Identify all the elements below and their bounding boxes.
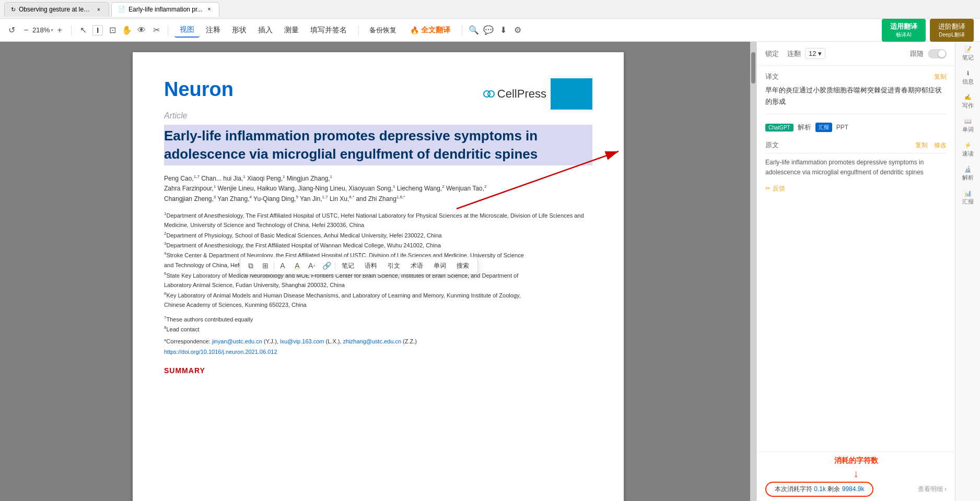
original-title: 原文 — [765, 140, 779, 150]
far-right-writing[interactable]: ✍ 写作 — [962, 94, 974, 110]
info-label: 信息 — [962, 78, 974, 86]
pointer-tool[interactable]: ↖ — [78, 25, 88, 35]
ctx-sep2 — [335, 261, 335, 270]
nav-annotate[interactable]: 注释 — [201, 23, 226, 37]
ctx-corpus-btn[interactable]: 语料 — [360, 260, 381, 271]
adaptive-translate-btn[interactable]: 适用翻译 畅译AI — [882, 19, 926, 42]
deep-translate-sub: DeepL翻译 — [938, 31, 965, 39]
svg-point-1 — [488, 91, 494, 97]
download-icon[interactable]: ⬇ — [498, 25, 508, 35]
email-lxu[interactable]: lxu@vip.163.com — [280, 338, 324, 344]
panel-spacer — [765, 193, 947, 297]
analysis-label[interactable]: 解析 — [798, 123, 811, 132]
ctx-font-bg-icon[interactable]: A — [291, 259, 304, 272]
feedback-label: 反馈 — [773, 184, 785, 193]
email-zhi[interactable]: zhizhang@ustc.edu.cn — [343, 338, 401, 344]
view-detail-btn[interactable]: 查看明细 › — [918, 485, 947, 494]
ctx-copy-icon[interactable]: ⧉ — [244, 259, 257, 272]
char-count-annotation-area: 消耗的字符数 ↓ — [765, 456, 947, 480]
far-right-info[interactable]: ℹ 信息 — [962, 70, 974, 86]
pdf-area[interactable]: Neuron CellPress Article Early-life infl… — [0, 42, 756, 501]
toggle-knob — [938, 50, 946, 57]
far-right-speedread[interactable]: ⚡ 速读 — [962, 142, 974, 158]
ctx-search-btn[interactable]: 搜索 — [452, 260, 473, 271]
correspondence: *Correspondence: jinyan@ustc.edu.cn (Y.J… — [164, 338, 592, 344]
pdf-page: Neuron CellPress Article Early-life infl… — [133, 52, 624, 501]
lock-label: 锁定 — [765, 49, 779, 58]
far-right-notes[interactable]: 📝 笔记 — [962, 46, 974, 62]
browser-tabs: ↻ Observing gesture at lear... × 📄 Early… — [0, 0, 980, 19]
nav-shape[interactable]: 形状 — [227, 23, 252, 37]
tab-2-label: Early-life inflammation pr... — [129, 6, 202, 13]
paper-notes: 7These authors contributed equally 8Lead… — [164, 314, 592, 335]
ctx-font-color-icon[interactable]: A — [276, 259, 289, 272]
settings-icon[interactable]: ⚙ — [512, 25, 523, 35]
nav-view[interactable]: 视图 — [174, 23, 200, 38]
zoom-out-btn[interactable]: − — [21, 25, 31, 35]
chain-count-select[interactable]: 12 ▾ — [805, 48, 825, 59]
crop-tool[interactable]: ⊡ — [107, 25, 118, 35]
doi-link[interactable]: https://doi.org/10.1016/j.neuron.2021.06… — [164, 349, 277, 355]
email-jin[interactable]: jinyan@ustc.edu.cn — [212, 338, 262, 344]
feedback-btn[interactable]: ✏ 反馈 — [765, 184, 947, 193]
sep3 — [358, 25, 359, 35]
original-btns: 复制 修改 — [915, 141, 947, 150]
pdf-scrollbar-thumb — [751, 52, 755, 84]
chain-count: 12 — [809, 50, 816, 57]
paper-title: Early-life inflammation promotes depress… — [164, 125, 592, 165]
zoom-in-btn[interactable]: + — [54, 25, 65, 35]
down-arrow-icon: ↓ — [765, 468, 947, 480]
nav-fillsign[interactable]: 填写并签名 — [305, 23, 352, 37]
far-right-word[interactable]: 📖 单词 — [962, 118, 974, 134]
chain-label: 连翻 — [787, 49, 801, 58]
panel-bottom: 消耗的字符数 ↓ 本次消耗字符 0.1k 剩余 9984.9k 查看明细 › — [757, 451, 955, 501]
hand-tool[interactable]: ✋ — [122, 25, 132, 35]
scissors-tool[interactable]: ✂ — [151, 25, 161, 35]
tab-2[interactable]: 📄 Early-life inflammation pr... × — [111, 2, 219, 17]
remaining-label: 剩余 — [827, 485, 840, 493]
search-icon[interactable]: 🔍 — [469, 25, 479, 35]
translation-section-header: 译文 复制 — [765, 72, 947, 81]
comment-icon[interactable]: 💬 — [483, 25, 494, 35]
ctx-word-btn[interactable]: 单词 — [429, 260, 450, 271]
ctx-term-btn[interactable]: 术语 — [406, 260, 427, 271]
chatgpt-badge[interactable]: ChatGPT — [765, 124, 794, 132]
original-text: Early-life inflammation promotes depress… — [765, 158, 947, 177]
char-count-annotation: 消耗的字符数 — [765, 456, 947, 466]
text-select-tool[interactable]: I — [92, 25, 103, 35]
toolbar-rotate[interactable]: ↺ — [6, 25, 17, 35]
deep-translate-btn[interactable]: 进阶翻译 DeepL翻译 — [930, 19, 974, 42]
analysis-label-right: 解析 — [962, 174, 974, 182]
translation-copy-btn[interactable]: 复制 — [934, 73, 947, 81]
ppt-badge[interactable]: 汇报 — [815, 123, 832, 132]
ctx-quote-btn[interactable]: 引文 — [383, 260, 404, 271]
backup-btn[interactable]: 备份恢复 — [365, 23, 401, 37]
far-right-analysis[interactable]: 🔬 解析 — [962, 166, 974, 182]
sep2 — [168, 25, 168, 35]
eye-tool[interactable]: 👁 — [136, 25, 147, 35]
ctx-font-size-icon[interactable]: A+ — [306, 259, 318, 272]
authors-text: Peng Cao,1,7 Chan... hui Jia,1 Xiaoqi Pe… — [164, 175, 486, 202]
ctx-paste-icon[interactable]: ⊞ — [259, 259, 272, 272]
tab-1[interactable]: ↻ Observing gesture at lear... × — [4, 2, 109, 17]
adaptive-translate-sub: 畅译AI — [890, 31, 917, 39]
sep1 — [71, 25, 72, 35]
original-copy-btn[interactable]: 复制 — [915, 141, 928, 149]
full-translate-label: 全文翻译 — [421, 26, 450, 35]
remaining-value: 9984.9k — [842, 485, 865, 493]
far-right-panel: 📝 笔记 ℹ 信息 ✍ 写作 📖 单词 ⚡ 速读 🔬 解析 📊 汇报 — [955, 42, 980, 501]
nav-insert[interactable]: 插入 — [253, 23, 278, 37]
full-translate-btn[interactable]: 🔥 全文翻译 — [405, 23, 456, 37]
notes-label: 笔记 — [962, 54, 974, 62]
far-right-report[interactable]: 📊 汇报 — [962, 190, 974, 206]
follow-toggle[interactable] — [928, 49, 947, 58]
paper-authors: Peng Cao,1,7 Chan... hui Jia,1 Xiaoqi Pe… — [164, 174, 592, 204]
ctx-note-btn[interactable]: 笔记 — [337, 260, 358, 271]
tab-1-close[interactable]: × — [95, 6, 102, 13]
tab-2-close[interactable]: × — [205, 6, 213, 13]
pdf-scrollbar[interactable] — [750, 42, 756, 501]
divider — [765, 153, 947, 153]
nav-measure[interactable]: 测量 — [279, 23, 304, 37]
ctx-link-icon[interactable]: 🔗 — [320, 259, 333, 272]
original-edit-btn[interactable]: 修改 — [934, 141, 947, 149]
